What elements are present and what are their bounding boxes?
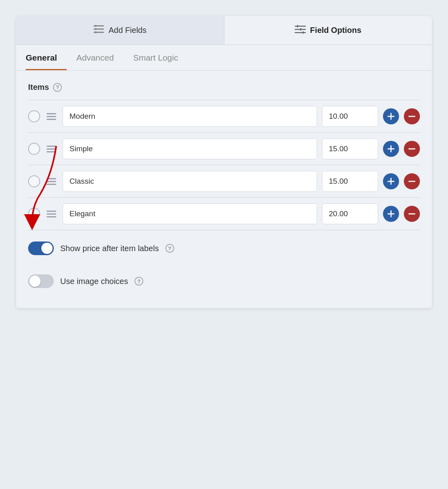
use-image-toggle[interactable] [28,274,54,288]
use-image-help-icon[interactable]: ? [134,277,143,286]
svg-rect-1 [94,28,104,30]
add-item-elegant[interactable] [383,206,399,222]
field-options-panel: Add Fields Field Options General Advance… [16,16,432,308]
svg-rect-6 [295,26,306,27]
svg-rect-3 [95,25,96,27]
remove-item-modern[interactable] [404,108,420,124]
remove-item-simple[interactable] [404,141,420,157]
item-price-elegant[interactable] [322,203,378,224]
svg-rect-2 [94,32,104,33]
svg-rect-4 [95,28,96,30]
add-fields-icon [94,25,105,36]
add-item-simple[interactable] [383,141,399,157]
svg-rect-10 [300,28,301,31]
use-image-knob [29,276,41,287]
svg-rect-8 [295,32,306,33]
item-radio-elegant[interactable] [28,208,40,220]
item-price-classic[interactable] [322,171,378,192]
item-row-simple [28,133,420,165]
field-options-tab[interactable]: Field Options [224,16,432,45]
item-radio-classic[interactable] [28,175,40,187]
tab-content: Items ? [16,71,432,308]
drag-handle-modern[interactable] [45,112,58,122]
add-fields-tab[interactable]: Add Fields [16,16,224,45]
tab-advanced[interactable]: Advanced [76,45,123,70]
subtabs-bar: General Advanced Smart Logic [16,45,432,71]
header-tabs: Add Fields Field Options [16,16,432,45]
remove-item-classic[interactable] [404,173,420,189]
use-image-label: Use image choices [60,277,128,286]
item-name-modern[interactable] [63,106,317,127]
drag-handle-simple[interactable] [45,144,58,154]
item-name-simple[interactable] [63,138,317,159]
item-radio-simple[interactable] [28,143,40,155]
show-price-row: Show price after item labels ? [28,230,420,263]
show-price-help-icon[interactable]: ? [165,244,174,253]
remove-item-elegant[interactable] [404,206,420,222]
tab-smart-logic[interactable]: Smart Logic [133,45,188,70]
item-radio-modern[interactable] [28,110,40,122]
item-row-classic [28,165,420,198]
svg-rect-11 [303,31,304,34]
show-price-toggle[interactable] [28,241,54,255]
tab-general[interactable]: General [26,45,67,70]
items-help-icon[interactable]: ? [53,83,62,92]
item-price-simple[interactable] [322,138,378,159]
use-image-row: Use image choices ? [28,263,420,296]
field-options-icon [295,25,306,36]
svg-rect-5 [95,31,96,33]
item-name-classic[interactable] [63,171,317,192]
add-item-classic[interactable] [383,173,399,189]
drag-handle-elegant[interactable] [45,209,58,219]
field-options-label: Field Options [310,26,361,35]
show-price-label: Show price after item labels [60,244,159,253]
show-price-knob [41,243,53,254]
svg-rect-9 [297,25,298,28]
items-section-title: Items ? [28,83,420,92]
item-price-modern[interactable] [322,106,378,127]
svg-rect-0 [94,25,104,26]
drag-handle-classic[interactable] [45,177,58,187]
item-row-modern [28,100,420,133]
items-list [28,100,420,230]
item-name-elegant[interactable] [63,203,317,224]
add-item-modern[interactable] [383,108,399,124]
item-row-elegant [28,198,420,230]
add-fields-label: Add Fields [109,26,147,35]
